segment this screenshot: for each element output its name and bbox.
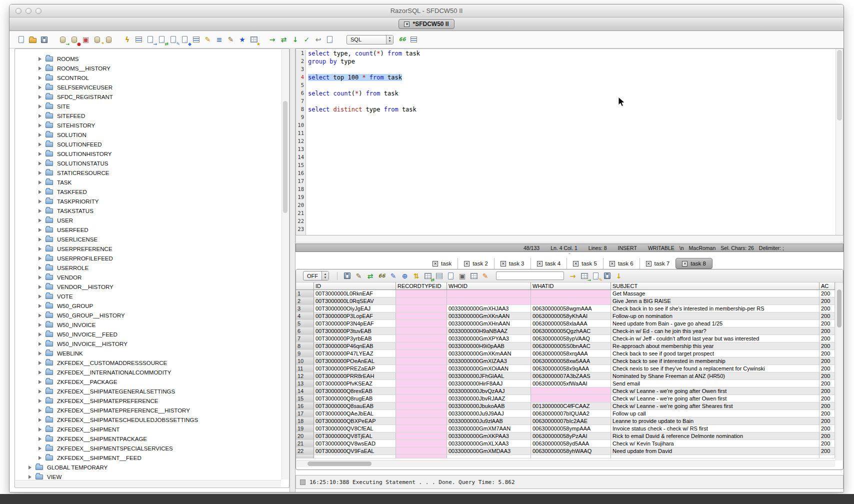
table-row[interactable]: 600T3000000P3tuvEAB0033000000H9aNBAAZ006… xyxy=(296,328,835,335)
tree-item-zkfedex-shipment[interactable]: ZKFEDEX__SHIPMENT xyxy=(15,424,281,434)
cell-whoid[interactable]: 0033000000JbvQzAAJ xyxy=(447,388,531,395)
tree-item-solutionstatus[interactable]: SOLUTIONSTATUS xyxy=(15,158,281,168)
code-line-11[interactable] xyxy=(308,130,835,138)
disconnect-icon[interactable]: ● xyxy=(70,35,79,44)
code-line-16[interactable] xyxy=(308,170,835,178)
code-line-17[interactable] xyxy=(308,178,835,186)
cell-recordtypeid[interactable] xyxy=(396,418,447,425)
cell-ac[interactable]: 200 xyxy=(820,350,835,358)
expand-triangle-icon[interactable] xyxy=(38,162,42,166)
tree-item-scontrol[interactable]: SCONTROL xyxy=(15,73,281,82)
generate-sql-icon[interactable]: ✎ xyxy=(591,271,600,280)
expand-triangle-icon[interactable] xyxy=(38,57,42,61)
expand-triangle-icon[interactable] xyxy=(38,323,42,327)
expand-triangle-icon[interactable] xyxy=(38,86,42,90)
cell-whatid[interactable]: 0013000000C4fFCAAZ xyxy=(531,402,611,410)
result-tab-task-2[interactable]: ✕task 2 xyxy=(458,258,494,269)
cell-id[interactable]: 00T3000000PRR8rEAH xyxy=(314,372,396,380)
cell-subject[interactable]: Need update from Bain - gave go ahead 1/… xyxy=(611,320,820,328)
tree-item-global-temporary[interactable]: GLOBAL TEMPORARY xyxy=(15,462,281,472)
cell-recordtypeid[interactable] xyxy=(396,365,447,372)
cell-id[interactable]: 00T3000000P3N4pEAF xyxy=(314,320,396,328)
tree-item-sitefeed[interactable]: SITEFEED xyxy=(15,111,281,120)
cell-whatid[interactable] xyxy=(531,298,611,305)
code-line-8[interactable]: select distinct type from task xyxy=(308,106,835,114)
expand-triangle-icon[interactable] xyxy=(38,418,42,422)
cell-whoid[interactable]: 0033000000GmXHnAAN xyxy=(447,320,531,328)
cell-whatid[interactable]: 006300000058xw5AAA xyxy=(531,358,611,365)
expand-triangle-icon[interactable] xyxy=(38,180,42,184)
cell-whoid[interactable] xyxy=(447,298,531,305)
cell-whoid[interactable]: 0033000000GmXPYAA3 xyxy=(447,335,531,342)
tree-item-zkfedex-internationalcommodity[interactable]: ZKFEDEX__INTERNATIONALCOMMODITY xyxy=(15,368,281,377)
tree-item-userrole[interactable]: USERROLE xyxy=(15,263,281,272)
expand-triangle-icon[interactable] xyxy=(38,95,42,99)
column-header-recordtypeid[interactable]: RECORDTYPEID xyxy=(396,282,447,290)
row-limit-select[interactable]: OFF ▲▼ xyxy=(303,271,329,280)
rollback-icon[interactable]: ↩ xyxy=(314,35,323,44)
cell-recordtypeid[interactable] xyxy=(396,305,447,312)
cell-whoid[interactable]: 0033000000H9i0pAAB xyxy=(447,342,531,350)
cell-recordtypeid[interactable] xyxy=(396,320,447,328)
expand-triangle-icon[interactable] xyxy=(38,314,42,318)
sql-code-area[interactable]: select type, count(*) from taskgroup by … xyxy=(308,50,835,234)
import-doc-icon[interactable]: ⇄ xyxy=(157,35,166,44)
cell-whoid[interactable]: 0033000000Ju9J9AAJ xyxy=(447,410,531,418)
save-results-icon[interactable] xyxy=(342,271,352,280)
cell-id[interactable]: 00T3000000OiyJgEAJ xyxy=(314,305,396,312)
tree-item-zkfedex-shipment-feed[interactable]: ZKFEDEX__SHIPMENT__FEED xyxy=(15,453,281,462)
copy-table-icon[interactable]: ▣ xyxy=(81,35,90,44)
close-result-tab-icon[interactable]: ✕ xyxy=(432,261,438,266)
tree-item-solutionfeed[interactable]: SOLUTIONFEED xyxy=(15,140,281,149)
expand-triangle-icon[interactable] xyxy=(38,266,42,270)
filter-icon[interactable]: ✎ xyxy=(226,35,236,44)
tree-item-taskstatus[interactable]: TASKSTATUS xyxy=(15,206,281,216)
execute-icon[interactable]: ϟ xyxy=(122,35,132,44)
cell-recordtypeid[interactable] xyxy=(396,298,447,305)
tree-item-zkfedex-shipmentpackage[interactable]: ZKFEDEX__SHIPMENTPACKAGE xyxy=(15,434,281,444)
cell-subject[interactable]: Check w/ Kevin Tsujihara xyxy=(611,440,820,448)
cell-subject[interactable]: Check back to see if interested in membe… xyxy=(611,358,820,365)
cell-id[interactable]: 00T3000000POeAnEAL xyxy=(314,358,396,365)
log-doc-icon[interactable] xyxy=(325,35,334,44)
cell-whoid[interactable]: 0033000000JFhGlAAL xyxy=(447,372,531,380)
tree-item-selfserviceuser[interactable]: SELFSERVICEUSER xyxy=(15,82,281,92)
cell-recordtypeid[interactable] xyxy=(396,410,447,418)
table-row[interactable]: 1700T3000000QAeJbEAL0033000000Ju9J9AAJ00… xyxy=(296,410,835,418)
cell-whatid[interactable]: 006300000058wgmAAA xyxy=(531,305,611,312)
cell-recordtypeid[interactable] xyxy=(396,402,447,410)
cell-whoid[interactable]: 0033000000GmXOiAAN xyxy=(447,365,531,372)
table-row[interactable]: 1500T3000000Q8rugEAB0033000000JbvRJAAZCh… xyxy=(296,395,835,402)
cell-subject[interactable]: Leanne to provide update to Bain xyxy=(611,418,820,425)
tree-item-user[interactable]: USER xyxy=(15,216,281,225)
column-header-ac[interactable]: AC xyxy=(820,282,835,290)
sql-editor[interactable]: 1234567891011121314151617181920212223 se… xyxy=(296,48,844,236)
tree-item-zkfedex-shipmatepreference[interactable]: ZKFEDEX__SHIPMATEPREFERENCE xyxy=(15,396,281,406)
cell-ac[interactable]: 200 xyxy=(820,305,835,312)
table-row-partial[interactable] xyxy=(296,455,835,458)
cell-id[interactable]: 00T3000000PfvKSEAZ xyxy=(314,380,396,388)
cell-whatid[interactable]: 006300000058xrqAAA xyxy=(531,350,611,358)
table-row[interactable]: 900T3000000P47LYEAZ0033000000GmXKmAAN006… xyxy=(296,350,835,358)
zoom-window-button[interactable] xyxy=(36,8,42,14)
cell-recordtypeid[interactable] xyxy=(396,350,447,358)
code-line-14[interactable] xyxy=(308,154,835,162)
expand-triangle-icon[interactable] xyxy=(38,171,42,175)
cell-subject[interactable]: Check w/ Leanne - we're going after Owen… xyxy=(611,395,820,402)
insert-row-icon[interactable]: ⊕ xyxy=(400,271,410,280)
cell-id[interactable]: 00T3000000L0RqSEAV xyxy=(314,298,396,305)
tree-item-solution[interactable]: SOLUTION xyxy=(15,130,281,140)
code-line-22[interactable] xyxy=(308,218,835,226)
cell-subject[interactable]: Follow up call xyxy=(611,410,820,418)
save-grid-icon[interactable] xyxy=(602,271,612,280)
tree-item-w50-invoice[interactable]: W50_INVOICE xyxy=(15,320,281,330)
sort-rows-icon[interactable]: ⇅ xyxy=(412,271,421,280)
column-header-whoid[interactable]: WHOID xyxy=(447,282,531,290)
re-execute-icon[interactable]: ⇄ xyxy=(279,35,288,44)
table-row[interactable]: 2200T3000000QV9FaEAL0033000000GmXMDAA300… xyxy=(296,448,835,455)
cell-recordtypeid[interactable] xyxy=(396,335,447,342)
cell-subject[interactable]: Check back to see if good target prospec… xyxy=(611,350,820,358)
cell-recordtypeid[interactable] xyxy=(396,395,447,402)
table-row[interactable]: 1200T3000000PRR8rEAH0033000000JFhGlAAL00… xyxy=(296,372,835,380)
cell-recordtypeid[interactable] xyxy=(396,432,447,440)
